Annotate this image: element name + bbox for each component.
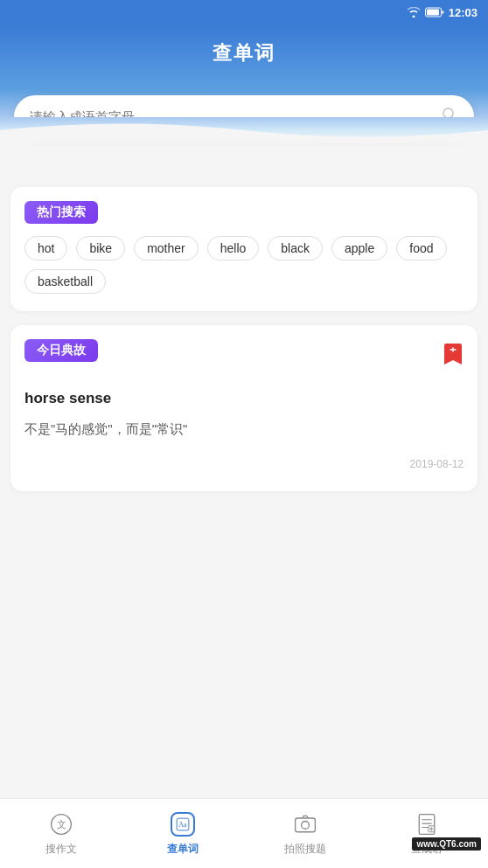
nav-item-write[interactable]: 文 搜作文 (0, 810, 122, 857)
status-bar: 12:03 (0, 0, 488, 24)
hot-search-badge: 热门搜索 (24, 201, 98, 224)
idiom-desc: 不是"马的感觉"，而是"常识" (24, 418, 464, 441)
hot-tag[interactable]: black (268, 236, 323, 260)
hot-tag[interactable]: hello (207, 236, 260, 260)
nav-label-word: 查单词 (167, 842, 199, 857)
status-icons: 12:03 (407, 6, 478, 19)
header-title: 查单词 (0, 33, 488, 73)
bottom-nav: 文 搜作文 Aa 查单词 拍照搜题 (0, 798, 488, 868)
svg-text:文: 文 (56, 819, 66, 830)
nav-label-photo: 拍照搜题 (284, 842, 326, 857)
svg-text:Aa: Aa (179, 821, 188, 829)
main-content: 热门搜索 hotbikemotherhelloblackapplefoodbas… (0, 187, 488, 491)
hot-tag[interactable]: mother (134, 236, 199, 260)
nav-icon-write: 文 (47, 810, 75, 838)
svg-point-8 (301, 822, 309, 830)
hot-tag[interactable]: hot (24, 236, 67, 260)
wifi-icon (407, 7, 421, 17)
bookmark-icon[interactable] (443, 342, 464, 372)
nav-item-word[interactable]: Aa 查单词 (122, 810, 245, 857)
today-idiom-card: 今日典故 horse sense 不是"马的感觉"，而是"常识" 2019-08… (10, 325, 478, 491)
hot-tags-container: hotbikemotherhelloblackapplefoodbasketba… (24, 236, 464, 294)
battery-icon (425, 7, 444, 17)
nav-icon-photo (291, 810, 319, 838)
hot-tag[interactable]: apple (331, 236, 387, 260)
hot-tag[interactable]: basketball (24, 269, 106, 294)
status-time: 12:03 (449, 6, 478, 19)
idiom-date: 2019-08-12 (24, 458, 464, 470)
svg-rect-7 (295, 818, 315, 832)
svg-rect-1 (427, 10, 439, 16)
hot-tag[interactable]: food (396, 236, 446, 260)
wave-svg (0, 117, 488, 143)
wave-divider (0, 117, 488, 143)
today-idiom-header: 今日典故 (24, 339, 464, 374)
nav-item-photo[interactable]: 拍照搜题 (244, 810, 366, 857)
hot-search-card: 热门搜索 hotbikemotherhelloblackapplefoodbas… (10, 187, 478, 311)
header: 查单词 (0, 24, 488, 117)
idiom-title: horse sense (24, 390, 464, 407)
nav-icon-idiom (413, 810, 441, 838)
nav-label-write: 搜作文 (45, 842, 77, 857)
today-idiom-badge: 今日典故 (24, 339, 98, 362)
nav-icon-word: Aa (169, 810, 197, 838)
watermark: www.QT6.com (412, 837, 481, 851)
hot-tag[interactable]: bike (76, 236, 125, 260)
